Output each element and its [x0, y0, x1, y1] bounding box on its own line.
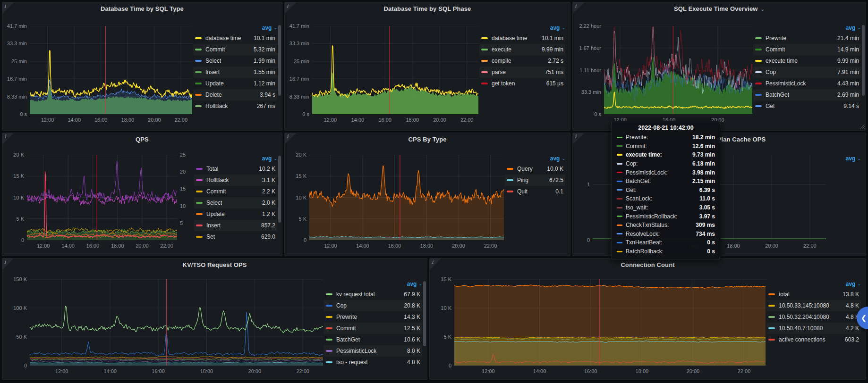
- legend-item-kv-request-total[interactable]: kv request total67.9 K: [324, 289, 422, 300]
- legend-item-pessimisticlock[interactable]: PessimisticLock8.0 K: [324, 345, 422, 357]
- time-series-chart[interactable]: [312, 26, 478, 114]
- legend-stat-avg[interactable]: avg⌄: [827, 154, 861, 163]
- legend-item-10-50-32-204-10080[interactable]: 10.50.32.204:100804.8 K: [766, 311, 861, 323]
- tooltip-row: tso_wait:3.05 s: [617, 203, 715, 212]
- legend-scrollbar[interactable]: [278, 156, 281, 223]
- legend-item-active-connections[interactable]: active connections603.2: [766, 334, 861, 345]
- legend-value: 9.14 s: [839, 103, 859, 109]
- legend-label: Total: [206, 166, 218, 172]
- legend-item-execute-time[interactable]: execute time9.99 min: [753, 55, 861, 67]
- legend-item-10-50-40-7-10080[interactable]: 10.50.40.7:100804.2 K: [766, 323, 861, 334]
- chevron-down-icon: ⌄: [273, 156, 277, 161]
- panel-title[interactable]: Connection Count: [430, 261, 866, 268]
- legend-item-tso-request[interactable]: tso - request4.8 K: [324, 357, 422, 368]
- x-axis-tick: 18:00: [406, 117, 419, 123]
- legend-item-update[interactable]: Update1.2 K: [194, 208, 277, 220]
- legend-item-select[interactable]: Select1.99 min: [193, 55, 277, 67]
- time-series-chart[interactable]: [604, 26, 752, 114]
- tooltip-label: PessimisticLock:: [626, 169, 668, 176]
- series-color-swatch: [481, 60, 488, 62]
- right-y-axis-tick: 20: [180, 169, 186, 175]
- legend-item-batchget[interactable]: BatchGet10.6 K: [324, 334, 422, 345]
- x-axis-tick: 20:00: [433, 117, 446, 123]
- legend-item-execute[interactable]: execute9.99 min: [479, 44, 565, 55]
- legend-item-quit[interactable]: Quit0.1: [505, 186, 565, 197]
- series-color-swatch: [195, 37, 202, 39]
- legend-item-compile[interactable]: compile2.72 s: [479, 55, 565, 67]
- legend-item-query[interactable]: Query10.0 K: [505, 163, 565, 175]
- legend-item-select[interactable]: Select2.0 K: [194, 197, 277, 208]
- legend-label: 10.50.33.145:10080: [779, 302, 829, 309]
- panel-title[interactable]: Database Time by SQL Phase: [285, 5, 570, 12]
- x-axis-tick: 20:00: [765, 243, 778, 249]
- panel-resize-handle[interactable]: [859, 124, 865, 129]
- legend-value: 4.43 min: [833, 80, 859, 87]
- legend-stat-avg[interactable]: avg⌄: [479, 23, 565, 33]
- y-axis-tick: 0 s: [575, 111, 601, 117]
- legend-label: Ping: [517, 177, 528, 183]
- legend-item-database-time[interactable]: database time10.1 min: [193, 33, 277, 44]
- info-corner-icon[interactable]: i: [573, 133, 584, 144]
- legend-item-ping[interactable]: Ping672.5: [505, 175, 565, 186]
- series-color-swatch: [195, 105, 202, 107]
- legend-label: PessimisticLock: [336, 348, 376, 354]
- legend-item-parse[interactable]: parse751 ms: [479, 67, 565, 78]
- legend-item-total[interactable]: total13.8 K: [766, 289, 861, 300]
- legend-stat-avg[interactable]: avg⌄: [193, 23, 277, 33]
- time-series-chart[interactable]: [30, 279, 323, 366]
- legend-stat-avg[interactable]: avg⌄: [753, 23, 861, 33]
- legend-item-commit[interactable]: Commit14.9 min: [753, 44, 861, 55]
- legend-item-prewrite[interactable]: Prewrite21.4 min: [753, 33, 861, 44]
- legend-item-cop[interactable]: Cop20.8 K: [324, 300, 422, 311]
- panel-title[interactable]: SQL Execute Time Overview⌄: [573, 5, 866, 12]
- panel-title[interactable]: CPS By Type: [285, 136, 570, 143]
- legend-item-cop[interactable]: Cop7.91 min: [753, 67, 861, 78]
- legend-item-rollback[interactable]: RollBack267 ms: [193, 100, 277, 112]
- right-y-axis-tick: 25: [180, 152, 186, 158]
- time-series-chart[interactable]: [454, 279, 766, 366]
- series-color-swatch: [768, 316, 775, 318]
- legend-item-10-50-33-145-10080[interactable]: 10.50.33.145:100804.8 K: [766, 300, 861, 311]
- series-color-swatch: [196, 168, 203, 170]
- legend-item-rollback[interactable]: RollBack3.1 K: [194, 175, 277, 186]
- legend-item-total[interactable]: Total10.2 K: [194, 163, 277, 175]
- legend-label: Commit: [766, 46, 785, 53]
- legend-item-batchget[interactable]: BatchGet2.69 min: [753, 89, 861, 100]
- panel-title[interactable]: Database Time by SQL Type: [2, 5, 282, 12]
- panel-title[interactable]: QPS: [2, 136, 282, 143]
- legend-scrollbar[interactable]: [278, 25, 281, 96]
- panel-title[interactable]: KV/TSO Request OPS: [2, 261, 427, 268]
- legend-value: 603.2: [840, 336, 859, 343]
- series-color-swatch: [755, 83, 762, 84]
- legend-stat-avg[interactable]: avg⌄: [766, 279, 861, 289]
- x-axis-tick: 14:00: [68, 117, 81, 123]
- tooltip-value: 6.18 min: [686, 160, 715, 167]
- legend-item-insert[interactable]: Insert857.2: [194, 220, 277, 231]
- legend-item-database-time[interactable]: database time10.1 min: [479, 33, 565, 44]
- series-color-swatch: [617, 216, 622, 217]
- legend-item-pessimisticlock[interactable]: PessimisticLock4.43 min: [753, 78, 861, 89]
- legend-scrollbar[interactable]: [423, 281, 426, 346]
- legend-item-prewrite[interactable]: Prewrite14.3 K: [324, 311, 422, 323]
- legend-item-update[interactable]: Update1.12 min: [193, 78, 277, 89]
- legend-label: 10.50.32.204:10080: [779, 314, 829, 320]
- time-series-chart[interactable]: [27, 155, 177, 240]
- y-axis-tick: 8.33 min: [287, 94, 309, 100]
- legend-stat-avg[interactable]: avg⌄: [324, 279, 422, 289]
- legend-stat-avg[interactable]: avg⌄: [194, 154, 277, 163]
- time-series-chart[interactable]: [309, 155, 504, 240]
- legend-item-commit[interactable]: Commit12.5 K: [324, 323, 422, 334]
- legend-item-insert[interactable]: Insert1.55 min: [193, 67, 277, 78]
- time-series-chart[interactable]: [30, 26, 192, 114]
- legend-stat-label: avg: [262, 155, 272, 162]
- tooltip-label: BatchGet:: [626, 178, 651, 184]
- legend-stat-avg[interactable]: avg⌄: [505, 154, 565, 163]
- legend-scrollbar[interactable]: [862, 25, 865, 96]
- legend-item-commit[interactable]: Commit2.2 K: [194, 186, 277, 197]
- legend-item-get[interactable]: Get9.14 s: [753, 100, 861, 112]
- panel-cps-by-type: iCPS By Type20 K15 K10 K5 K012:0014:0016…: [284, 133, 570, 256]
- legend-item-commit[interactable]: Commit5.32 min: [193, 44, 277, 55]
- legend-item-get-token[interactable]: get token615 µs: [479, 78, 565, 89]
- legend-item-set[interactable]: Set629.0: [194, 231, 277, 242]
- legend-item-delete[interactable]: Delete3.94 s: [193, 89, 277, 100]
